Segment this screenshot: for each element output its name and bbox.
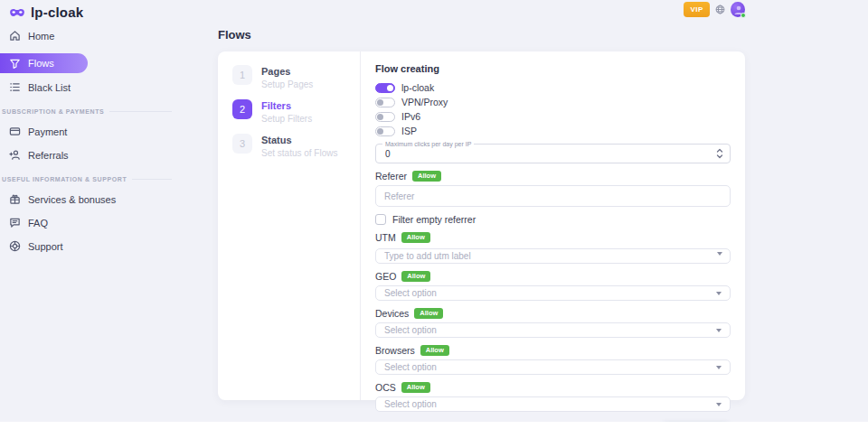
- max-clicks-label: Maximum clicks per day per IP: [382, 141, 474, 147]
- ipv6-toggle[interactable]: [375, 112, 395, 122]
- sidebar-item-label: Referrals: [28, 150, 69, 161]
- credit-card-icon: [9, 126, 21, 137]
- max-clicks-field: Maximum clicks per day per IP: [375, 144, 731, 163]
- step-title: Filters: [261, 99, 312, 111]
- toggle-row-ipv6[interactable]: IPv6: [375, 111, 731, 122]
- lp-cloak-toggle[interactable]: [375, 83, 395, 93]
- step-number: 3: [232, 134, 252, 154]
- gift-icon: [9, 193, 21, 205]
- select-placeholder: Select option: [384, 399, 437, 409]
- form-heading: Flow creating: [375, 63, 731, 74]
- user-plus-icon: [9, 149, 21, 161]
- step-subtitle: Set status of Flows: [261, 148, 337, 158]
- step-pages[interactable]: 1 Pages Setup Pages: [232, 65, 360, 89]
- utm-allow-badge[interactable]: Allow: [401, 232, 430, 243]
- devices-allow-badge[interactable]: Allow: [414, 308, 443, 319]
- page-bottom-strip: [0, 422, 868, 429]
- select-placeholder: Select option: [384, 362, 437, 372]
- max-clicks-input[interactable]: [376, 149, 713, 159]
- devices-label: Devices: [375, 308, 409, 319]
- step-number: 1: [232, 65, 252, 85]
- language-globe-icon[interactable]: [715, 5, 725, 14]
- referer-label-row: Referer Allow: [375, 171, 731, 182]
- devices-label-row: Devices Allow: [375, 308, 731, 319]
- life-buoy-icon: [9, 240, 21, 252]
- sidebar-item-flows[interactable]: Flows: [0, 53, 88, 73]
- filter-empty-referrer-checkbox[interactable]: [375, 214, 386, 225]
- sidebar-item-faq[interactable]: FAQ: [9, 217, 181, 228]
- toggle-row-vpn-proxy[interactable]: VPN/Proxy: [375, 97, 731, 107]
- checkbox-label: Filter empty referrer: [392, 214, 476, 225]
- mask-icon: [9, 7, 25, 18]
- number-stepper-icon[interactable]: [713, 148, 726, 159]
- sidebar-item-label: Home: [28, 31, 54, 42]
- ocs-select[interactable]: Select option: [375, 396, 731, 412]
- filters-form: Flow creating lp-cloak VPN/Proxy IPv6 IS…: [361, 51, 745, 400]
- sidebar: Home Flows Black List SUBSCRIPTION & PAY…: [0, 30, 181, 264]
- toggle-row-isp[interactable]: ISP: [375, 126, 731, 136]
- toggle-label: VPN/Proxy: [401, 97, 448, 107]
- select-placeholder: Select option: [384, 288, 437, 298]
- utm-combo: [375, 247, 731, 264]
- toggle-row-lp-cloak[interactable]: lp-cloak: [375, 82, 731, 93]
- toggle-label: IPv6: [401, 111, 420, 122]
- home-icon: [9, 30, 21, 42]
- chat-icon: [9, 217, 21, 228]
- sidebar-item-label: Black List: [28, 82, 71, 93]
- sidebar-section-subscription: SUBSCRIPTION & PAYMENTS: [2, 108, 172, 115]
- vpn-proxy-toggle[interactable]: [375, 98, 395, 107]
- toggle-label: ISP: [401, 126, 417, 136]
- toggle-label: lp-cloak: [401, 82, 434, 93]
- sidebar-item-black-list[interactable]: Black List: [9, 81, 181, 93]
- sidebar-item-label: Services & bonuses: [28, 194, 116, 205]
- browsers-allow-badge[interactable]: Allow: [420, 345, 449, 356]
- header-actions: VIP: [684, 2, 745, 17]
- utm-input[interactable]: [375, 248, 731, 264]
- geo-label: GEO: [375, 271, 396, 282]
- utm-label: UTM: [375, 232, 396, 243]
- steps-panel: 1 Pages Setup Pages 2 Filters Setup Filt…: [218, 51, 361, 400]
- select-placeholder: Select option: [384, 325, 437, 335]
- ocs-label: OCS: [375, 382, 396, 393]
- step-filters[interactable]: 2 Filters Setup Filters: [232, 99, 360, 124]
- devices-select[interactable]: Select option: [375, 322, 731, 338]
- step-subtitle: Setup Filters: [261, 114, 312, 124]
- ocs-label-row: OCS Allow: [375, 382, 731, 393]
- sidebar-item-payment[interactable]: Payment: [9, 126, 181, 137]
- step-number: 2: [232, 99, 252, 119]
- sidebar-item-label: Flows: [28, 58, 54, 69]
- sidebar-section-useful: USEFUL INFORMATION & SUPPORT: [2, 176, 172, 182]
- step-subtitle: Setup Pages: [261, 79, 313, 89]
- browsers-select[interactable]: Select option: [375, 359, 731, 375]
- sidebar-item-label: Payment: [28, 126, 67, 137]
- sidebar-item-home[interactable]: Home: [9, 30, 181, 42]
- list-icon: [9, 81, 21, 93]
- step-title: Pages: [261, 65, 313, 77]
- user-avatar[interactable]: [731, 2, 745, 17]
- filter-empty-referrer-row[interactable]: Filter empty referrer: [375, 214, 731, 225]
- sidebar-item-referrals[interactable]: Referrals: [9, 149, 181, 161]
- referer-input[interactable]: [375, 185, 731, 207]
- brand-logo: lp-cloak: [9, 5, 83, 20]
- geo-allow-badge[interactable]: Allow: [401, 271, 430, 282]
- page-title: Flows: [218, 28, 251, 42]
- isp-toggle[interactable]: [375, 126, 395, 136]
- ocs-allow-badge[interactable]: Allow: [401, 382, 430, 393]
- browsers-label: Browsers: [375, 345, 415, 356]
- sidebar-item-support[interactable]: Support: [9, 240, 181, 252]
- utm-label-row: UTM Allow: [375, 232, 731, 243]
- step-status[interactable]: 3 Status Set status of Flows: [232, 134, 360, 158]
- referer-label: Referer: [375, 171, 407, 182]
- referer-allow-badge[interactable]: Allow: [412, 171, 441, 182]
- geo-label-row: GEO Allow: [375, 271, 731, 282]
- step-title: Status: [261, 134, 337, 145]
- sidebar-item-services-bonuses[interactable]: Services & bonuses: [9, 193, 181, 205]
- browsers-label-row: Browsers Allow: [375, 345, 731, 356]
- online-status-dot: [741, 13, 746, 18]
- flows-filter-icon: [9, 58, 21, 70]
- vip-button[interactable]: VIP: [684, 2, 710, 17]
- sidebar-item-label: Support: [28, 241, 63, 252]
- sidebar-item-label: FAQ: [28, 218, 48, 228]
- brand-name: lp-cloak: [31, 5, 83, 20]
- geo-select[interactable]: Select option: [375, 285, 731, 301]
